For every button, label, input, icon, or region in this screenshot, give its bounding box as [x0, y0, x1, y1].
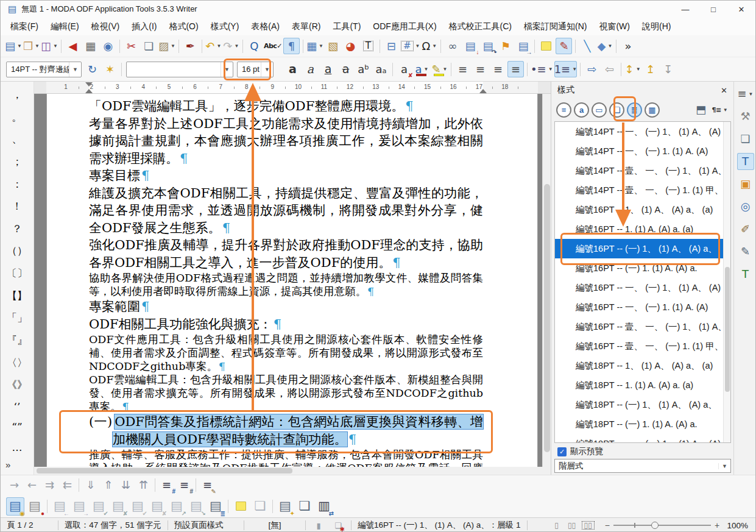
horizontal-scrollbar[interactable]: [34, 467, 551, 475]
punctuation-button[interactable]: 『』: [5, 333, 29, 347]
paragraph-styles-tab-icon[interactable]: ≡: [556, 102, 571, 118]
previous-track-change-icon[interactable]: ▤←: [51, 497, 69, 516]
promote-with-subpoints-icon[interactable]: ⇇: [59, 477, 76, 494]
decrease-paragraph-spacing-icon[interactable]: ↧: [660, 61, 676, 77]
demote-list-level-icon[interactable]: →: [6, 477, 23, 494]
table-styles-tab-icon[interactable]: ▦: [645, 102, 660, 118]
font-color-icon[interactable]: a▼: [414, 61, 430, 77]
chevron-down-icon[interactable]: ▼: [221, 62, 233, 77]
punctuation-button[interactable]: 。: [5, 110, 29, 124]
menu-格式校正工具C[interactable]: 格式校正工具(C): [443, 20, 518, 34]
manage-track-changes-icon[interactable]: ▤≣: [207, 497, 225, 516]
punctuation-button[interactable]: 《》: [5, 378, 29, 392]
new-document-icon[interactable]: ▤▼: [5, 38, 22, 54]
paragraph-style-combo[interactable]: 14PT -- 對齊邊線 ▼: [6, 62, 82, 77]
style-list-item[interactable]: 編號16PT -- 1、 (1) A、 (A) a、 (a): [555, 200, 730, 219]
font-size-combo[interactable]: 16 pt ▼: [237, 62, 274, 77]
new-style-from-selection-icon[interactable]: ¶≡▼: [712, 102, 728, 118]
italic-icon[interactable]: a: [302, 61, 319, 77]
bold-icon[interactable]: a: [284, 61, 301, 77]
insert-cross-reference-icon[interactable]: ▤→: [515, 38, 531, 54]
menu-說明H[interactable]: 說明(H): [636, 20, 677, 34]
style-list-item[interactable]: 編號16PT -- 一、 (一) 1. (1) A. (A): [555, 297, 730, 317]
zoom-percentage[interactable]: 100%: [726, 521, 755, 530]
style-list-item[interactable]: 編號16PT -- 壹、 一、 (一) 1. (1) 甲、 (: [555, 336, 730, 356]
style-list-item[interactable]: 編號18PT -- 一、 (一) 1、 (1) A、 (A): [555, 434, 730, 443]
clear-formatting-icon[interactable]: a✘: [396, 61, 412, 77]
decrease-indent-icon[interactable]: ⇦: [601, 61, 618, 77]
show-track-changes-icon[interactable]: ▤◉: [6, 497, 24, 516]
menu-表單R[interactable]: 表單(R): [286, 20, 327, 34]
zoom-slider-thumb[interactable]: [651, 522, 659, 529]
insert-bookmark-icon[interactable]: ⚑: [497, 38, 514, 54]
style-list-item[interactable]: 編號14PT -- 一、 (一) 1、 (1) A、 (A): [555, 122, 730, 141]
insert-chart-icon[interactable]: ◕: [342, 38, 359, 54]
punctuation-button[interactable]: ？: [5, 222, 29, 236]
menu-表格A[interactable]: 表格(A): [245, 20, 286, 34]
chevron-down-icon[interactable]: ▼: [69, 62, 81, 77]
strikethrough-icon[interactable]: a: [337, 61, 354, 77]
style-list-item[interactable]: 編號16PT -- 壹、 一、 (一) 1、 (1) A、: [555, 317, 730, 336]
view-multiple-pages-icon[interactable]: ▯▯: [567, 520, 578, 531]
compare-document-icon[interactable]: ❏: [295, 497, 314, 516]
undo-icon[interactable]: ↶▼: [205, 38, 222, 54]
format-correction-deck-icon[interactable]: ✐: [737, 221, 754, 238]
menu-樣式Y[interactable]: 樣式(Y): [205, 20, 246, 34]
find-replace-icon[interactable]: Q: [246, 38, 263, 54]
menu-格式O[interactable]: 格式(O): [163, 20, 204, 34]
view-book-icon[interactable]: ▯▯: [582, 520, 595, 531]
style-filter-select[interactable]: 階層式 ▼: [554, 459, 731, 473]
horizontal-ruler[interactable]: 123456789101112131415161718: [34, 82, 551, 94]
style-list-item[interactable]: 編號18PT -- 1. (1) A. (A) a. (a): [555, 375, 730, 395]
reject-track-change-icon[interactable]: ▤✘: [109, 497, 127, 516]
selection-mode-icon[interactable]: ▮: [313, 519, 325, 531]
menu-檔案訂閱通知N[interactable]: 檔案訂閱通知(N): [518, 20, 593, 34]
punctuation-button[interactable]: ，: [5, 88, 29, 102]
move-item-up-icon[interactable]: ⇑: [100, 477, 116, 494]
menu-視窗W[interactable]: 視窗(W): [593, 20, 636, 34]
delete-comment-icon[interactable]: ❏: [251, 497, 269, 516]
subscript-icon[interactable]: aₐ: [373, 61, 389, 77]
align-left-icon[interactable]: ≡: [454, 61, 471, 77]
properties-deck-icon[interactable]: ⚒: [737, 108, 754, 125]
insert-line-icon[interactable]: ╲: [579, 38, 595, 54]
show-preview-checkbox[interactable]: ✓: [557, 447, 567, 456]
style-list[interactable]: 編號14PT -- 一、 (一) 1、 (1) A、 (A)編號14PT -- …: [554, 121, 731, 443]
insert-page-break-icon[interactable]: ⊟: [383, 38, 400, 54]
page-styles-tab-icon[interactable]: ❏: [609, 102, 624, 118]
insert-table-icon[interactable]: ▦▼: [306, 38, 323, 54]
insert-hyperlink-icon[interactable]: ∞: [444, 38, 461, 54]
insert-text-box-icon[interactable]: T: [360, 38, 376, 54]
styles-deck-icon[interactable]: T: [737, 153, 754, 170]
formatting-marks-icon[interactable]: ¶: [283, 38, 300, 54]
new-style-icon[interactable]: ✶: [102, 61, 118, 77]
insert-footnote-icon[interactable]: ▤↓: [462, 38, 478, 54]
line-spacing-icon[interactable]: ↕▼: [624, 61, 641, 77]
style-list-item[interactable]: 編號18PT -- (一) 1. (1) A. (A) a.: [555, 414, 730, 434]
style-list-item[interactable]: 編號16PT -- (一) 1、 (1) A、 (A) a、: [555, 239, 730, 258]
chevron-down-icon[interactable]: ▼: [261, 62, 273, 77]
menu-檢視V[interactable]: 檢視(V): [85, 20, 126, 34]
punctuation-button[interactable]: （）: [5, 244, 29, 258]
word-count-status[interactable]: 選取：47 個字，51 個字元: [58, 520, 168, 531]
punctuation-button[interactable]: 「」: [5, 311, 29, 325]
document-page[interactable]: 「ODF雲端編輯工具」，逐步完備ODF整體應用環境。¶考量各界對於上述ODF工具…: [46, 94, 538, 467]
zoom-in-button[interactable]: +: [715, 520, 719, 530]
navigator-deck-icon[interactable]: ◎: [737, 198, 754, 215]
punctuation-button[interactable]: 〈〉: [5, 356, 29, 370]
spellcheck-icon[interactable]: Abc✓: [264, 38, 282, 54]
insert-comment-icon[interactable]: [538, 38, 554, 54]
frame-styles-tab-icon[interactable]: ▭: [592, 102, 607, 118]
language-status[interactable]: [無]: [244, 520, 305, 531]
list-styles-tab-icon[interactable]: ≣: [627, 102, 642, 118]
punctuation-button[interactable]: “”: [5, 420, 29, 433]
copy-icon[interactable]: ❏: [141, 38, 157, 54]
gallery-deck-icon[interactable]: ▣: [737, 176, 754, 193]
punctuation-button[interactable]: 〔〕: [5, 266, 29, 280]
style-list-item[interactable]: 編號18PT -- 1、 (1) A、 (A) a、 (a): [555, 356, 730, 375]
no-list-icon[interactable]: ≡#: [176, 477, 193, 494]
punctuation-button[interactable]: 、: [5, 132, 29, 146]
align-right-icon[interactable]: ≡: [490, 61, 506, 77]
page-style-status[interactable]: 預設頁面樣式: [168, 520, 244, 531]
list-style-status[interactable]: 編號16PT -- (一) 1、 (1) A、 (A) a、：層級 1: [352, 520, 527, 531]
